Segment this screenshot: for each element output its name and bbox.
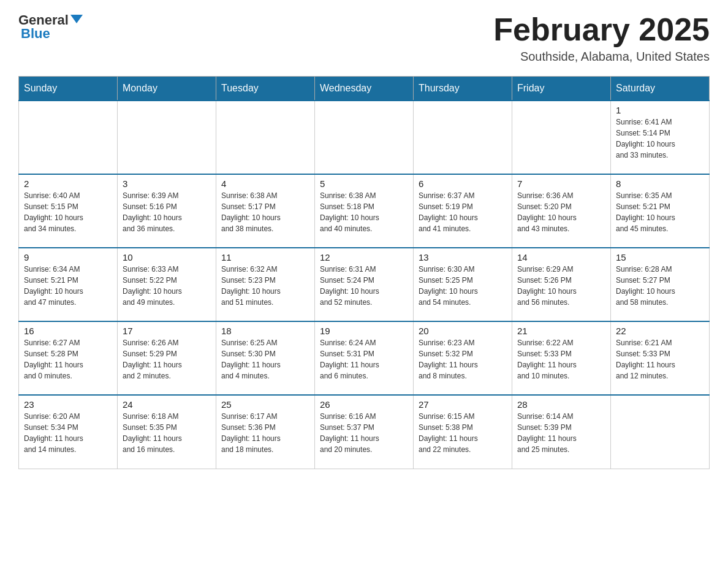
day-number: 14 <box>517 252 605 262</box>
day-number: 21 <box>517 326 605 336</box>
calendar-day-cell: 6Sunrise: 6:37 AMSunset: 5:19 PMDaylight… <box>414 174 512 248</box>
calendar-day-cell <box>611 395 710 469</box>
day-info: Sunrise: 6:20 AMSunset: 5:34 PMDaylight:… <box>24 411 112 455</box>
calendar-day-cell: 24Sunrise: 6:18 AMSunset: 5:35 PMDayligh… <box>118 395 216 469</box>
calendar-day-cell: 20Sunrise: 6:23 AMSunset: 5:32 PMDayligh… <box>414 321 512 395</box>
day-number: 3 <box>123 178 211 189</box>
calendar-day-header: Thursday <box>414 77 512 101</box>
calendar-day-cell <box>19 101 118 174</box>
calendar-day-cell: 22Sunrise: 6:21 AMSunset: 5:33 PMDayligh… <box>611 321 710 395</box>
day-number: 20 <box>419 326 507 336</box>
logo: General Blue <box>18 12 83 42</box>
calendar-day-cell <box>216 101 315 174</box>
day-number: 28 <box>517 399 605 410</box>
day-number: 16 <box>24 326 112 336</box>
day-info: Sunrise: 6:39 AMSunset: 5:16 PMDaylight:… <box>123 190 211 234</box>
calendar-day-header: Friday <box>512 77 611 101</box>
day-number: 18 <box>221 326 309 336</box>
day-info: Sunrise: 6:30 AMSunset: 5:25 PMDaylight:… <box>419 264 507 308</box>
calendar-day-cell: 21Sunrise: 6:22 AMSunset: 5:33 PMDayligh… <box>512 321 611 395</box>
calendar-day-cell: 9Sunrise: 6:34 AMSunset: 5:21 PMDaylight… <box>19 248 118 321</box>
day-number: 10 <box>123 252 211 262</box>
calendar-week-row: 1Sunrise: 6:41 AMSunset: 5:14 PMDaylight… <box>19 101 710 174</box>
day-info: Sunrise: 6:22 AMSunset: 5:33 PMDaylight:… <box>517 337 605 381</box>
day-info: Sunrise: 6:34 AMSunset: 5:21 PMDaylight:… <box>24 264 112 308</box>
day-info: Sunrise: 6:25 AMSunset: 5:30 PMDaylight:… <box>221 337 309 381</box>
day-number: 8 <box>616 178 704 189</box>
calendar-day-cell <box>315 101 414 174</box>
calendar-day-cell: 5Sunrise: 6:38 AMSunset: 5:18 PMDaylight… <box>315 174 414 248</box>
day-info: Sunrise: 6:26 AMSunset: 5:29 PMDaylight:… <box>123 337 211 381</box>
day-info: Sunrise: 6:38 AMSunset: 5:17 PMDaylight:… <box>221 190 309 234</box>
calendar-day-cell: 16Sunrise: 6:27 AMSunset: 5:28 PMDayligh… <box>19 321 118 395</box>
day-number: 5 <box>320 178 408 189</box>
day-info: Sunrise: 6:15 AMSunset: 5:38 PMDaylight:… <box>419 411 507 455</box>
day-number: 23 <box>24 399 112 410</box>
calendar-day-cell: 14Sunrise: 6:29 AMSunset: 5:26 PMDayligh… <box>512 248 611 321</box>
day-number: 27 <box>419 399 507 410</box>
calendar-day-cell: 17Sunrise: 6:26 AMSunset: 5:29 PMDayligh… <box>118 321 216 395</box>
calendar-header-row: SundayMondayTuesdayWednesdayThursdayFrid… <box>19 77 710 101</box>
day-number: 19 <box>320 326 408 336</box>
day-number: 1 <box>616 105 704 115</box>
day-info: Sunrise: 6:36 AMSunset: 5:20 PMDaylight:… <box>517 190 605 234</box>
day-number: 26 <box>320 399 408 410</box>
day-info: Sunrise: 6:40 AMSunset: 5:15 PMDaylight:… <box>24 190 112 234</box>
calendar-day-header: Sunday <box>19 77 118 101</box>
day-info: Sunrise: 6:32 AMSunset: 5:23 PMDaylight:… <box>221 264 309 308</box>
day-info: Sunrise: 6:31 AMSunset: 5:24 PMDaylight:… <box>320 264 408 308</box>
calendar-week-row: 2Sunrise: 6:40 AMSunset: 5:15 PMDaylight… <box>19 174 710 248</box>
calendar-week-row: 16Sunrise: 6:27 AMSunset: 5:28 PMDayligh… <box>19 321 710 395</box>
day-number: 13 <box>419 252 507 262</box>
calendar-day-cell: 25Sunrise: 6:17 AMSunset: 5:36 PMDayligh… <box>216 395 315 469</box>
day-number: 15 <box>616 252 704 262</box>
calendar-day-cell: 27Sunrise: 6:15 AMSunset: 5:38 PMDayligh… <box>414 395 512 469</box>
calendar-week-row: 9Sunrise: 6:34 AMSunset: 5:21 PMDaylight… <box>19 248 710 321</box>
day-info: Sunrise: 6:21 AMSunset: 5:33 PMDaylight:… <box>616 337 704 381</box>
day-number: 24 <box>123 399 211 410</box>
calendar-day-cell: 8Sunrise: 6:35 AMSunset: 5:21 PMDaylight… <box>611 174 710 248</box>
calendar-day-cell: 26Sunrise: 6:16 AMSunset: 5:37 PMDayligh… <box>315 395 414 469</box>
calendar-day-cell: 19Sunrise: 6:24 AMSunset: 5:31 PMDayligh… <box>315 321 414 395</box>
day-number: 2 <box>24 178 112 189</box>
day-info: Sunrise: 6:17 AMSunset: 5:36 PMDaylight:… <box>221 411 309 455</box>
calendar-day-cell: 18Sunrise: 6:25 AMSunset: 5:30 PMDayligh… <box>216 321 315 395</box>
day-info: Sunrise: 6:14 AMSunset: 5:39 PMDaylight:… <box>517 411 605 455</box>
day-info: Sunrise: 6:28 AMSunset: 5:27 PMDaylight:… <box>616 264 704 308</box>
day-info: Sunrise: 6:27 AMSunset: 5:28 PMDaylight:… <box>24 337 112 381</box>
day-info: Sunrise: 6:23 AMSunset: 5:32 PMDaylight:… <box>419 337 507 381</box>
day-number: 9 <box>24 252 112 262</box>
calendar-day-cell: 4Sunrise: 6:38 AMSunset: 5:17 PMDaylight… <box>216 174 315 248</box>
day-info: Sunrise: 6:29 AMSunset: 5:26 PMDaylight:… <box>517 264 605 308</box>
day-info: Sunrise: 6:16 AMSunset: 5:37 PMDaylight:… <box>320 411 408 455</box>
calendar-day-cell: 1Sunrise: 6:41 AMSunset: 5:14 PMDaylight… <box>611 101 710 174</box>
page-header: General Blue February 2025 Southside, Al… <box>18 12 710 64</box>
day-number: 22 <box>616 326 704 336</box>
calendar-day-cell: 11Sunrise: 6:32 AMSunset: 5:23 PMDayligh… <box>216 248 315 321</box>
calendar-day-cell <box>118 101 216 174</box>
day-info: Sunrise: 6:38 AMSunset: 5:18 PMDaylight:… <box>320 190 408 234</box>
day-number: 7 <box>517 178 605 189</box>
calendar-day-header: Tuesday <box>216 77 315 101</box>
day-info: Sunrise: 6:37 AMSunset: 5:19 PMDaylight:… <box>419 190 507 234</box>
calendar-day-cell <box>512 101 611 174</box>
calendar-day-cell: 10Sunrise: 6:33 AMSunset: 5:22 PMDayligh… <box>118 248 216 321</box>
calendar-day-cell: 15Sunrise: 6:28 AMSunset: 5:27 PMDayligh… <box>611 248 710 321</box>
day-number: 25 <box>221 399 309 410</box>
calendar-day-cell: 7Sunrise: 6:36 AMSunset: 5:20 PMDaylight… <box>512 174 611 248</box>
logo-arrow-icon <box>70 15 83 23</box>
calendar-day-cell: 23Sunrise: 6:20 AMSunset: 5:34 PMDayligh… <box>19 395 118 469</box>
day-number: 6 <box>419 178 507 189</box>
day-number: 12 <box>320 252 408 262</box>
calendar-day-cell: 2Sunrise: 6:40 AMSunset: 5:15 PMDaylight… <box>19 174 118 248</box>
calendar-day-header: Wednesday <box>315 77 414 101</box>
day-info: Sunrise: 6:24 AMSunset: 5:31 PMDaylight:… <box>320 337 408 381</box>
location: Southside, Alabama, United States <box>493 50 710 64</box>
day-info: Sunrise: 6:18 AMSunset: 5:35 PMDaylight:… <box>123 411 211 455</box>
calendar-day-cell: 28Sunrise: 6:14 AMSunset: 5:39 PMDayligh… <box>512 395 611 469</box>
logo-blue: Blue <box>21 26 50 42</box>
day-info: Sunrise: 6:33 AMSunset: 5:22 PMDaylight:… <box>123 264 211 308</box>
calendar-day-cell: 12Sunrise: 6:31 AMSunset: 5:24 PMDayligh… <box>315 248 414 321</box>
calendar-week-row: 23Sunrise: 6:20 AMSunset: 5:34 PMDayligh… <box>19 395 710 469</box>
day-number: 4 <box>221 178 309 189</box>
